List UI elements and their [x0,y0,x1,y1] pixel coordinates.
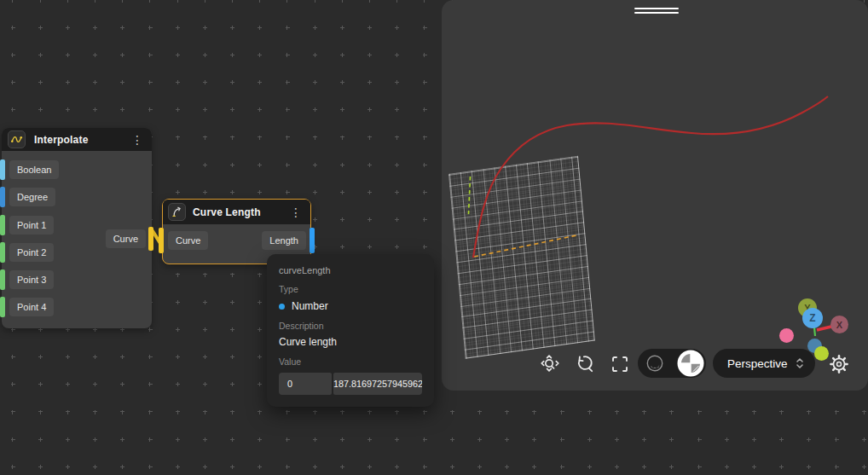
port-point-3[interactable]: Point 3 [2,270,152,289]
viewport-3d[interactable]: Y Z X [442,0,868,391]
length-output-connector[interactable] [310,228,315,253]
input-connector[interactable] [0,187,5,207]
value-number-cell: 187.81697257945962 [333,373,422,395]
tooltip-value-table: 0 187.81697257945962 [279,373,422,395]
port-boolean[interactable]: Boolean [2,160,152,179]
select-chevrons-icon [796,356,804,370]
port-curve-input[interactable]: Curve [168,231,208,250]
x-axis-line [474,235,576,257]
curve-output-connector[interactable] [148,227,153,251]
tooltip-type-value: Number [292,300,328,312]
port-point-4[interactable]: Point 4 [2,298,152,316]
node-curve-length-header[interactable]: Curve Length ⋮ [163,200,310,224]
number-type-dot-icon [279,304,285,310]
gear-icon [829,354,849,374]
node-title: Curve Length [193,206,261,218]
curve-length-icon [168,203,186,221]
port-label[interactable]: Point 1 [9,216,54,235]
gizmo-negative-y-ball[interactable] [814,346,829,361]
value-index-cell: 0 [279,373,332,395]
port-label[interactable]: Point 3 [9,270,54,289]
camera-mode-select[interactable]: Perspective [713,349,815,378]
scene-curve-layer [442,0,868,391]
y-axis-line [469,177,471,214]
port-label[interactable]: Degree [9,188,55,206]
tooltip-description-value: Curve length [279,336,422,348]
camera-mode-value: Perspective [713,357,796,370]
port-tooltip: curveLength Type Number Description Curv… [267,254,434,407]
port-label[interactable]: Curve [106,229,146,248]
node-title: Interpolate [34,134,89,146]
port-curve-output[interactable]: Curve [84,229,152,248]
input-connector[interactable] [0,269,5,290]
port-degree[interactable]: Degree [2,188,152,206]
node-interpolate-header[interactable]: Interpolate ⋮ [2,128,152,151]
port-label[interactable]: Point 2 [9,243,54,262]
zoom-reset-button[interactable] [575,354,595,374]
input-connector[interactable] [0,215,5,235]
pan-zoom-icon [540,354,560,374]
node-interpolate[interactable]: Interpolate ⋮ BooleanDegreePoint 1Point … [2,128,152,328]
tooltip-value-label: Value [279,356,422,367]
gizmo-x-ball[interactable]: X [830,316,848,333]
kebab-menu-icon[interactable]: ⋮ [123,134,152,146]
tooltip-type-label: Type [279,284,422,294]
port-length-output[interactable]: Length [262,231,306,250]
interpolate-curve-icon [8,130,26,148]
gizmo-negative-x-ball[interactable] [779,328,794,343]
viewport-settings-button[interactable] [829,354,849,374]
shading-mode-toggle[interactable] [638,349,706,378]
tooltip-port-name: curveLength [279,265,422,275]
kebab-menu-icon[interactable]: ⋮ [281,206,310,218]
gizmo-z-ball[interactable]: Z [802,308,823,328]
shaded-sphere-icon[interactable] [677,350,704,377]
tooltip-description-label: Description [279,321,422,331]
input-connector[interactable] [0,159,5,180]
input-connector[interactable] [0,297,5,317]
wireframe-sphere-icon[interactable] [645,354,664,373]
fit-view-icon [610,354,630,374]
pan-zoom-button[interactable] [540,354,560,374]
port-label[interactable]: Point 4 [9,298,54,316]
port-label[interactable]: Boolean [9,160,59,179]
red-curve [473,96,828,258]
zoom-reset-icon [575,354,595,374]
input-connector[interactable] [0,242,5,263]
fit-view-button[interactable] [610,354,630,374]
curve-input-connector[interactable] [159,228,164,253]
